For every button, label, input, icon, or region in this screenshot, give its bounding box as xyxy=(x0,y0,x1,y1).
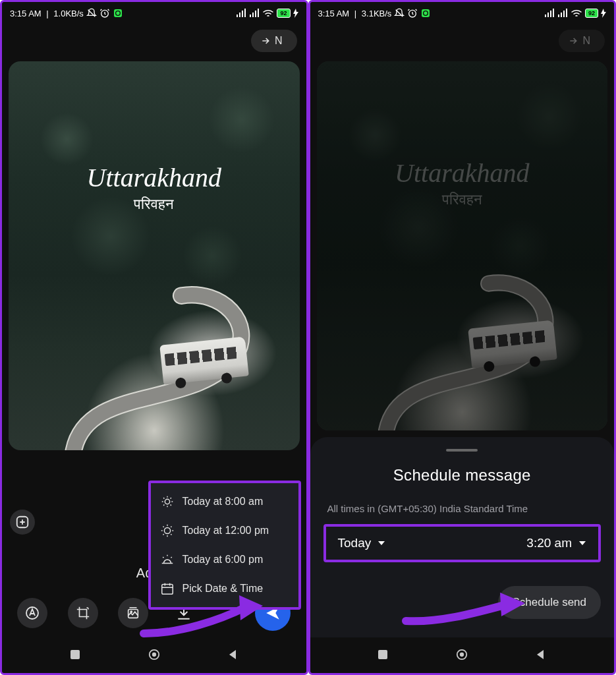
svg-point-12 xyxy=(152,653,156,657)
vibrate-icon xyxy=(394,8,405,18)
svg-point-18 xyxy=(460,653,464,657)
status-app-icon xyxy=(420,8,431,18)
nav-bar xyxy=(310,641,615,668)
nav-home[interactable] xyxy=(456,649,468,660)
sheet-title: Schedule message xyxy=(323,466,602,484)
schedule-sheet: Schedule message All times in (GMT+05:30… xyxy=(310,437,615,637)
date-value: Today xyxy=(338,536,372,550)
signal-icon-1 xyxy=(544,9,555,18)
photo-subtitle: परिवहन xyxy=(317,191,608,208)
chevron-down-icon xyxy=(578,539,586,547)
datetime-picker: Today 3:20 am xyxy=(323,524,602,562)
date-select[interactable]: Today xyxy=(338,536,386,550)
signal-icon-2 xyxy=(249,9,260,18)
nav-recent[interactable] xyxy=(69,649,81,660)
schedule-send-button[interactable]: Schedule send xyxy=(498,586,601,619)
timezone-note: All times in (GMT+05:30) India Standard … xyxy=(323,502,602,524)
nav-back[interactable] xyxy=(227,649,239,660)
time-select[interactable]: 3:20 am xyxy=(526,536,586,550)
status-time: 3:15 AM xyxy=(318,9,350,18)
status-time: 3:15 AM xyxy=(10,9,42,18)
charging-icon xyxy=(293,9,298,18)
status-speed: 3.1KB/s xyxy=(362,9,392,18)
photo-subtitle: परिवहन xyxy=(9,196,300,213)
markup-button[interactable] xyxy=(17,598,47,628)
wifi-icon xyxy=(262,9,274,18)
bus-graphic xyxy=(468,320,557,368)
status-bar: 3:15 AM | 1.0KB/s 92 xyxy=(2,2,306,24)
schedule-option-8am[interactable]: Today at 8:00 am xyxy=(151,487,298,516)
sheet-handle[interactable] xyxy=(446,449,478,452)
time-value: 3:20 am xyxy=(526,536,572,550)
alarm-icon xyxy=(99,8,110,18)
status-speed: 1.0KB/s xyxy=(53,9,84,18)
phone-left: 3:15 AM | 1.0KB/s 92 N xyxy=(0,0,308,675)
phone-right: 3:15 AM | 3.1KB/s 92 N Uttarakhand परिवह… xyxy=(308,0,617,675)
photo-preview: Uttarakhand परिवहन xyxy=(317,61,608,430)
svg-point-9 xyxy=(131,611,132,612)
svg-point-4 xyxy=(165,499,169,504)
signal-icon-1 xyxy=(236,9,246,18)
nav-back[interactable] xyxy=(535,649,547,660)
wifi-icon xyxy=(571,9,582,18)
charging-icon xyxy=(601,9,606,18)
chevron-down-icon xyxy=(378,539,385,547)
battery-icon: 92 xyxy=(585,9,598,18)
forward-to-chip[interactable]: N xyxy=(559,30,605,52)
schedule-option-pick[interactable]: Pick Date & Time xyxy=(151,574,298,603)
add-button[interactable] xyxy=(10,510,35,535)
alarm-icon xyxy=(407,8,418,18)
photo-preview[interactable]: Uttarakhand परिवहन xyxy=(9,61,300,450)
schedule-option-label: Pick Date & Time xyxy=(182,583,264,595)
svg-rect-14 xyxy=(422,9,430,17)
schedule-option-label: Today at 6:00 pm xyxy=(182,554,264,566)
nav-recent[interactable] xyxy=(377,649,389,660)
schedule-option-12pm[interactable]: Today at 12:00 pm xyxy=(151,516,298,545)
svg-point-5 xyxy=(164,527,170,533)
nav-bar xyxy=(2,641,306,668)
forward-label: N xyxy=(582,35,590,47)
nav-home[interactable] xyxy=(148,649,160,660)
signal-icon-2 xyxy=(557,9,568,18)
status-app-icon xyxy=(113,8,123,18)
schedule-quick-menu: Today at 8:00 am Today at 12:00 pm Today… xyxy=(148,481,301,610)
vibrate-icon xyxy=(86,8,97,18)
svg-rect-6 xyxy=(161,585,173,595)
schedule-option-6pm[interactable]: Today at 6:00 pm xyxy=(151,545,298,574)
photo-title: Uttarakhand xyxy=(9,162,300,193)
forward-label: N xyxy=(275,35,283,47)
schedule-option-label: Today at 12:00 pm xyxy=(182,525,269,537)
status-bar: 3:15 AM | 3.1KB/s 92 xyxy=(310,2,615,24)
svg-rect-1 xyxy=(114,9,122,17)
crop-button[interactable] xyxy=(68,598,98,628)
battery-icon: 92 xyxy=(277,9,290,18)
schedule-option-label: Today at 8:00 am xyxy=(182,496,264,508)
svg-rect-10 xyxy=(70,650,80,659)
svg-rect-16 xyxy=(378,650,387,659)
forward-to-chip[interactable]: N xyxy=(251,30,297,52)
photo-title: Uttarakhand xyxy=(317,158,608,189)
gallery-button[interactable] xyxy=(118,598,148,628)
